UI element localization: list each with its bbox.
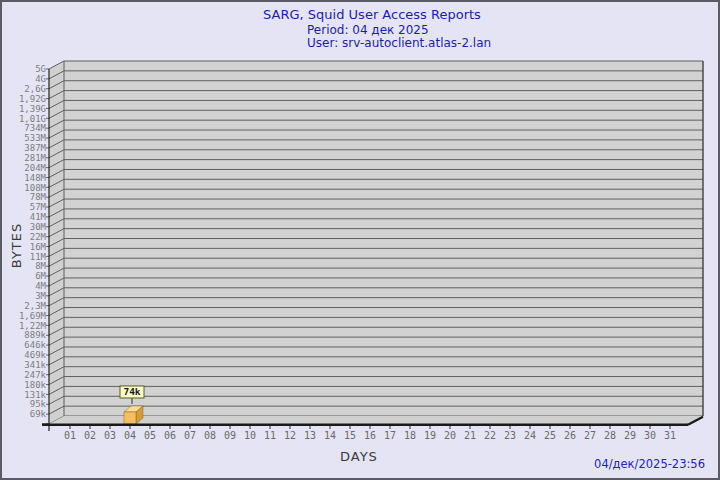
y-tick-label: 734M [24, 123, 46, 133]
y-tick-label: 533M [24, 133, 46, 143]
x-tick-label: 04 [124, 430, 136, 441]
x-tick-label: 06 [164, 430, 176, 441]
y-tick-label: 148M [24, 173, 46, 183]
y-tick-label: 22M [30, 232, 47, 242]
bar-value-label: 74k [123, 386, 140, 397]
y-tick-label: 204M [24, 163, 46, 173]
bar-chart: 5G4G2,6G1,92G1,39G1,01G734M533M387M281M2… [2, 2, 720, 480]
y-tick-label: 95k [30, 399, 47, 409]
y-tick-label: 180k [24, 380, 46, 390]
x-tick-label: 09 [224, 430, 236, 441]
y-tick-label: 2,6G [24, 84, 46, 94]
x-tick-label: 01 [64, 430, 76, 441]
y-tick-label: 57M [30, 202, 47, 212]
y-tick-label: 281M [24, 153, 46, 163]
y-tick-label: 131k [24, 390, 46, 400]
x-tick-label: 23 [504, 430, 516, 441]
y-tick-label: 247k [24, 370, 46, 380]
x-tick-label: 14 [324, 430, 336, 441]
y-tick-label: 1,92G [19, 94, 46, 104]
y-tick-label: 469k [24, 350, 46, 360]
x-tick-label: 12 [284, 430, 296, 441]
y-tick-label: 2,3M [24, 301, 46, 311]
y-axis-title: BYTES [9, 209, 24, 283]
x-tick-label: 19 [424, 430, 436, 441]
y-tick-label: 387M [24, 143, 46, 153]
x-tick-label: 30 [644, 430, 656, 441]
y-tick-label: 78M [30, 192, 47, 202]
y-tick-label: 16M [30, 242, 47, 252]
x-tick-label: 15 [344, 430, 356, 441]
x-tick-label: 13 [304, 430, 316, 441]
y-tick-label: 69k [30, 409, 47, 419]
x-tick-label: 08 [204, 430, 216, 441]
y-tick-label: 1,01G [19, 114, 46, 124]
y-tick-label: 41M [30, 212, 47, 222]
y-tick-label: 1,69M [19, 311, 47, 321]
x-tick-label: 29 [624, 430, 636, 441]
x-tick-label: 22 [484, 430, 496, 441]
floor [49, 416, 703, 424]
x-tick-label: 26 [564, 430, 576, 441]
y-tick-label: 8M [35, 261, 46, 271]
x-tick-label: 17 [384, 430, 396, 441]
x-tick-label: 27 [584, 430, 596, 441]
y-tick-label: 6M [35, 271, 46, 281]
y-tick-label: 108M [24, 183, 46, 193]
y-tick-label: 4G [35, 74, 46, 84]
x-tick-label: 24 [524, 430, 536, 441]
y-tick-label: 5G [35, 64, 46, 74]
y-tick-label: 341k [24, 360, 46, 370]
x-tick-label: 20 [444, 430, 456, 441]
x-tick-label: 31 [664, 430, 676, 441]
x-tick-label: 21 [464, 430, 476, 441]
y-tick-label: 30M [30, 222, 47, 232]
y-tick-label: 1,22M [19, 321, 47, 331]
x-tick-label: 10 [244, 430, 256, 441]
x-tick-label: 03 [104, 430, 116, 441]
x-tick-label: 07 [184, 430, 196, 441]
x-tick-label: 02 [84, 430, 96, 441]
sarg-report-page: { "header": { "title": "SARG, Squid User… [0, 0, 720, 480]
x-tick-label: 25 [544, 430, 556, 441]
y-tick-label: 3M [35, 291, 46, 301]
bar [124, 412, 136, 424]
x-tick-label: 05 [144, 430, 156, 441]
y-tick-label: 4M [35, 281, 46, 291]
x-tick-label: 11 [264, 430, 276, 441]
y-tick-label: 11M [30, 252, 47, 262]
y-tick-label: 646k [24, 340, 46, 350]
x-axis-title: DAYS [340, 449, 378, 464]
x-tick-label: 16 [364, 430, 376, 441]
x-tick-label: 18 [404, 430, 416, 441]
generated-timestamp: 04/дек/2025-23:56 [594, 457, 705, 471]
y-tick-label: 889k [24, 330, 46, 340]
x-tick-label: 28 [604, 430, 616, 441]
y-tick-label: 1,39G [19, 104, 46, 114]
